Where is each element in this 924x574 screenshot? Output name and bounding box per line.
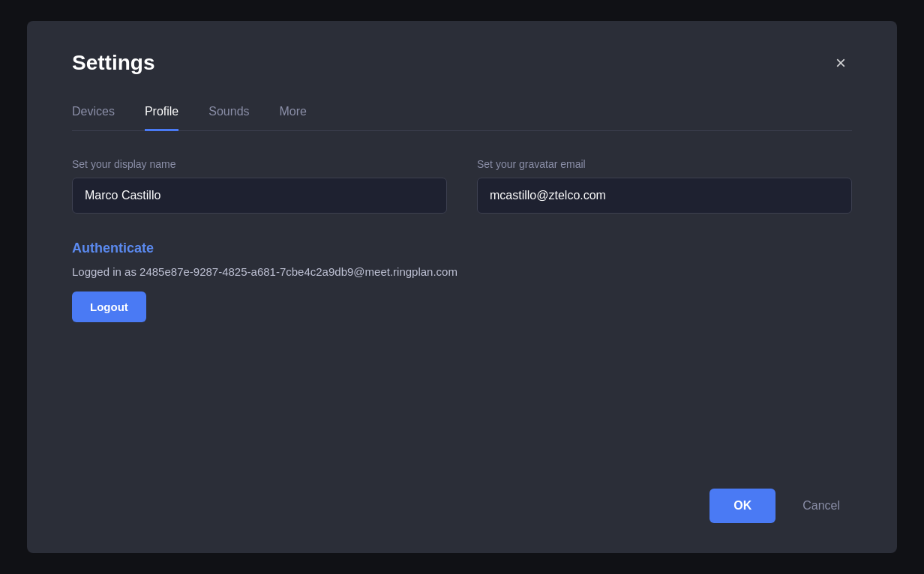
gravatar-email-input[interactable] (477, 178, 852, 214)
authenticate-section: Authenticate Logged in as 2485e87e-9287-… (72, 241, 852, 322)
dialog-title: Settings (72, 51, 154, 75)
tab-devices[interactable]: Devices (72, 105, 115, 131)
tab-profile[interactable]: Profile (145, 105, 178, 131)
ok-button[interactable]: OK (710, 489, 776, 523)
dialog-header: Settings × (72, 51, 852, 75)
tab-more[interactable]: More (280, 105, 307, 131)
overlay: Settings × Devices Profile Sounds More S… (0, 0, 924, 574)
cancel-button[interactable]: Cancel (790, 489, 852, 523)
authenticate-title: Authenticate (72, 241, 852, 256)
tab-sounds[interactable]: Sounds (208, 105, 249, 131)
gravatar-email-label: Set your gravatar email (477, 158, 852, 170)
dialog-footer: OK Cancel (72, 459, 852, 523)
logout-button[interactable]: Logout (72, 291, 146, 322)
form-group-gravatar-email: Set your gravatar email (477, 158, 852, 214)
tabs-container: Devices Profile Sounds More (72, 105, 852, 131)
form-row-names: Set your display name Set your gravatar … (72, 158, 852, 214)
display-name-input[interactable] (72, 178, 447, 214)
close-button[interactable]: × (830, 51, 852, 75)
logged-in-text: Logged in as 2485e87e-9287-4825-a681-7cb… (72, 265, 852, 278)
tab-content-profile: Set your display name Set your gravatar … (72, 158, 852, 459)
settings-dialog: Settings × Devices Profile Sounds More S… (27, 21, 897, 553)
display-name-label: Set your display name (72, 158, 447, 170)
form-group-display-name: Set your display name (72, 158, 447, 214)
